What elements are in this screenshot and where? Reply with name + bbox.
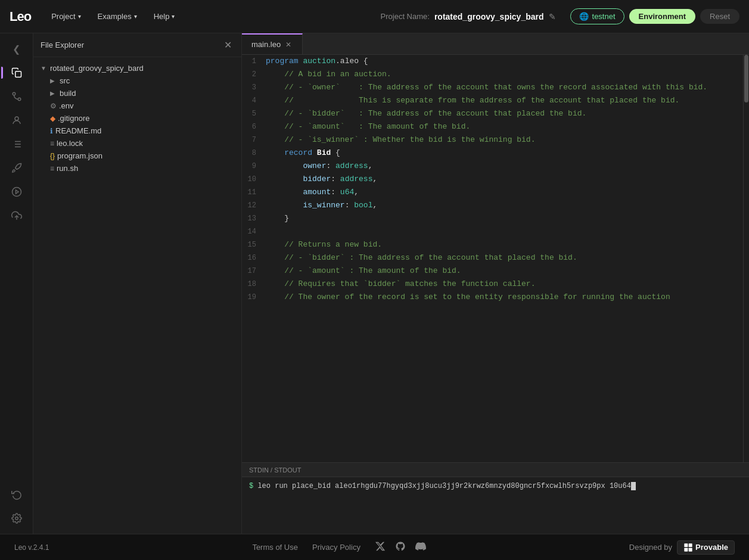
settings-btn[interactable] bbox=[6, 508, 27, 529]
readme-file-label: README.md bbox=[55, 126, 101, 135]
examples-chevron-icon: ▾ bbox=[134, 13, 137, 20]
src-folder-label: src bbox=[60, 76, 70, 85]
reset-btn[interactable]: Reset bbox=[700, 9, 739, 24]
history-icon bbox=[11, 489, 22, 500]
code-line-7: 7 // - `is_winner` : Whether the bid is … bbox=[242, 133, 743, 147]
code-line-18: 18 // Requires that `bidder` matches the… bbox=[242, 278, 743, 291]
collapse-sidebar-btn[interactable]: ❮ bbox=[6, 38, 27, 60]
code-line-13: 13 } bbox=[242, 212, 743, 225]
network-btn[interactable]: 🌐 testnet bbox=[570, 8, 624, 24]
globe-icon: 🌐 bbox=[579, 12, 589, 21]
code-line-2: 2 // A bid in an auction. bbox=[242, 68, 743, 81]
gitignore-file-icon: ◆ bbox=[50, 114, 55, 123]
settings-icon bbox=[11, 513, 22, 524]
footer-links: Terms of Use Privacy Policy bbox=[252, 541, 426, 554]
code-line-19: 19 // The owner of the record is set to … bbox=[242, 291, 743, 304]
provable-logo-text: Provable bbox=[695, 543, 728, 552]
project-chevron-icon: ▾ bbox=[78, 13, 81, 20]
footer-right: Designed by Provable bbox=[629, 540, 735, 555]
git-btn[interactable] bbox=[6, 86, 27, 107]
readme-file-icon: ℹ bbox=[50, 127, 53, 135]
twitter-x-icon[interactable] bbox=[375, 541, 386, 554]
upload-btn[interactable] bbox=[6, 205, 27, 226]
leolock-file-item[interactable]: ≡ leo.lock bbox=[33, 137, 241, 150]
root-folder-item[interactable]: ▼ rotated_groovy_spicy_bard bbox=[33, 62, 241, 74]
svg-marker-11 bbox=[15, 190, 18, 194]
terminal-body[interactable]: $ leo run place_bid aleo1rhgdu77hgyqd3xj… bbox=[242, 477, 749, 534]
runsh-file-item[interactable]: ≡ run.sh bbox=[33, 162, 241, 175]
tab-close-btn[interactable]: ✕ bbox=[284, 41, 293, 49]
leolock-file-icon: ≡ bbox=[50, 139, 54, 148]
svg-point-1 bbox=[18, 98, 21, 101]
svg-rect-14 bbox=[684, 543, 688, 547]
history-btn[interactable] bbox=[6, 484, 27, 505]
scrollbar-thumb bbox=[744, 55, 748, 102]
editor-tabs: main.leo ✕ bbox=[242, 33, 749, 55]
footer-socials bbox=[375, 541, 426, 554]
logo: Leo bbox=[10, 9, 31, 24]
privacy-link[interactable]: Privacy Policy bbox=[312, 543, 360, 552]
svg-point-2 bbox=[13, 92, 15, 95]
environment-btn[interactable]: Environment bbox=[629, 9, 695, 24]
terminal-section: STDIN / STDOUT $ leo run place_bid aleo1… bbox=[242, 462, 749, 534]
list-icon bbox=[11, 139, 22, 150]
git-icon bbox=[11, 91, 22, 102]
readme-file-item[interactable]: ℹ README.md bbox=[33, 125, 241, 137]
help-menu-btn[interactable]: Help ▾ bbox=[148, 8, 181, 24]
sidebar-icons: ❮ bbox=[0, 33, 33, 534]
play-icon bbox=[11, 186, 22, 197]
main-area: ❮ bbox=[0, 33, 749, 534]
terminal-command: leo run place_bid aleo1rhgdu77hgyqd3xjj8… bbox=[257, 482, 631, 490]
code-editor[interactable]: 1 program auction.aleo { 2 // A bid in a… bbox=[242, 55, 743, 462]
programjson-file-label: program.json bbox=[57, 151, 102, 160]
run-btn[interactable] bbox=[6, 181, 27, 203]
file-explorer-header: File Explorer ✕ bbox=[33, 33, 241, 57]
account-btn[interactable] bbox=[6, 110, 27, 131]
build-folder-arrow-icon: ▶ bbox=[50, 90, 57, 97]
build-folder-item[interactable]: ▶ build bbox=[33, 87, 241, 99]
discord-icon[interactable] bbox=[415, 541, 426, 554]
list-btn[interactable] bbox=[6, 133, 27, 155]
close-file-explorer-btn[interactable]: ✕ bbox=[222, 38, 234, 52]
rocket-icon bbox=[11, 163, 22, 173]
code-line-10: 10 bidder: address, bbox=[242, 173, 743, 186]
src-folder-item[interactable]: ▶ src bbox=[33, 74, 241, 87]
gitignore-file-label: .gitignore bbox=[58, 114, 89, 123]
editor-scrollbar[interactable] bbox=[743, 55, 749, 462]
edit-project-icon[interactable]: ✎ bbox=[549, 12, 556, 21]
code-line-8: 8 record Bid { bbox=[242, 147, 743, 160]
editor-area: main.leo ✕ 1 program auction.aleo { 2 //… bbox=[242, 33, 749, 534]
deploy-btn[interactable] bbox=[6, 157, 27, 179]
provable-logo-icon bbox=[683, 543, 693, 552]
project-name-label: Project Name: bbox=[381, 12, 430, 21]
code-line-16: 16 // - `bidder` : The address of the ac… bbox=[242, 251, 743, 265]
terminal-prompt: $ bbox=[249, 482, 257, 490]
editor-with-scroll: 1 program auction.aleo { 2 // A bid in a… bbox=[242, 55, 749, 462]
svg-point-3 bbox=[15, 117, 18, 120]
code-line-5: 5 // - `bidder` : The address of the acc… bbox=[242, 107, 743, 120]
github-icon[interactable] bbox=[395, 541, 406, 554]
build-folder-label: build bbox=[60, 89, 76, 98]
code-line-12: 12 is_winner: bool, bbox=[242, 199, 743, 212]
gitignore-file-item[interactable]: ◆ .gitignore bbox=[33, 112, 241, 125]
env-file-item[interactable]: ⚙ .env bbox=[33, 99, 241, 112]
src-folder-arrow-icon: ▶ bbox=[50, 77, 57, 84]
footer: Leo v.2.4.1 Terms of Use Privacy Policy bbox=[0, 534, 749, 560]
main-leo-tab[interactable]: main.leo ✕ bbox=[242, 33, 303, 54]
svg-rect-17 bbox=[689, 547, 692, 551]
code-line-4: 4 // This is separate from the address o… bbox=[242, 94, 743, 107]
project-menu-btn[interactable]: Project ▾ bbox=[45, 8, 86, 24]
terms-link[interactable]: Terms of Use bbox=[252, 543, 298, 552]
svg-point-10 bbox=[12, 188, 21, 197]
main-leo-tab-label: main.leo bbox=[251, 40, 281, 49]
folder-arrow-icon: ▼ bbox=[41, 65, 48, 71]
file-explorer-panel: File Explorer ✕ ▼ rotated_groovy_spicy_b… bbox=[33, 33, 242, 534]
examples-menu-btn[interactable]: Examples ▾ bbox=[92, 8, 143, 24]
programjson-file-item[interactable]: {} program.json bbox=[33, 150, 241, 162]
programjson-file-icon: {} bbox=[50, 152, 55, 160]
copy-icon bbox=[11, 67, 22, 78]
upload-icon bbox=[11, 210, 22, 221]
svg-rect-0 bbox=[15, 71, 21, 77]
provable-logo: Provable bbox=[677, 540, 735, 555]
files-btn[interactable] bbox=[6, 62, 27, 83]
